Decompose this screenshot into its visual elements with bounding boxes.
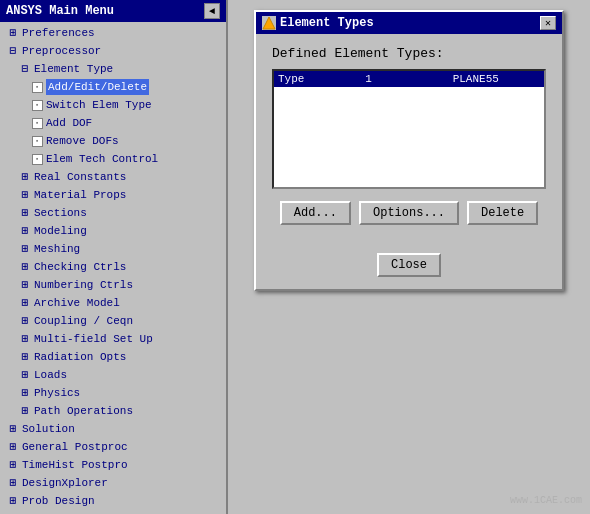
menu-item-numbering-ctrls[interactable]: ⊞Numbering Ctrls bbox=[0, 276, 226, 294]
menu-label-preferences: Preferences bbox=[22, 25, 95, 41]
options-button[interactable]: Options... bbox=[359, 201, 459, 225]
menu-label-real-constants: Real Constants bbox=[34, 169, 126, 185]
watermark-area: www.1CAE.com bbox=[228, 291, 590, 514]
menu-item-general-postproc[interactable]: ⊞General Postproc bbox=[0, 438, 226, 456]
element-types-listbox[interactable]: Type 1 PLANE55 bbox=[272, 69, 546, 189]
left-panel-title: ANSYS Main Menu bbox=[6, 4, 114, 18]
menu-item-switch-elem-type[interactable]: ▪Switch Elem Type bbox=[0, 96, 226, 114]
menu-icon-material-props: ⊞ bbox=[18, 188, 32, 202]
menu-label-general-postproc: General Postproc bbox=[22, 439, 128, 455]
svg-marker-0 bbox=[263, 17, 275, 29]
menu-icon-box-elem-tech-control: ▪ bbox=[32, 154, 43, 165]
menu-item-real-constants[interactable]: ⊞Real Constants bbox=[0, 168, 226, 186]
menu-icon-numbering-ctrls: ⊞ bbox=[18, 278, 32, 292]
menu-label-coupling-ceqn: Coupling / Ceqn bbox=[34, 313, 133, 329]
menu-label-material-props: Material Props bbox=[34, 187, 126, 203]
menu-label-remove-dofs: Remove DOFs bbox=[46, 133, 119, 149]
list-item[interactable]: Type 1 PLANE55 bbox=[274, 71, 544, 87]
menu-label-timehist-postpro: TimeHist Postpro bbox=[22, 457, 128, 473]
list-col-type: Type bbox=[278, 73, 365, 85]
left-panel: ANSYS Main Menu ◄ ⊞Preferences⊟Preproces… bbox=[0, 0, 228, 514]
menu-item-radiation-opts[interactable]: ⊞Radiation Opts bbox=[0, 348, 226, 366]
left-title-bar: ANSYS Main Menu ◄ bbox=[0, 0, 226, 22]
menu-icon-physics: ⊞ bbox=[18, 386, 32, 400]
menu-item-material-props[interactable]: ⊞Material Props bbox=[0, 186, 226, 204]
menu-item-meshing[interactable]: ⊞Meshing bbox=[0, 240, 226, 258]
menu-item-add-edit-delete[interactable]: ▪Add/Edit/Delete bbox=[0, 78, 226, 96]
menu-label-numbering-ctrls: Numbering Ctrls bbox=[34, 277, 133, 293]
menu-item-loads[interactable]: ⊞Loads bbox=[0, 366, 226, 384]
menu-label-physics: Physics bbox=[34, 385, 80, 401]
dialog-title-left: Element Types bbox=[262, 16, 374, 30]
menu-icon-switch-elem-type: ▪ bbox=[30, 98, 44, 112]
menu-item-coupling-ceqn[interactable]: ⊞Coupling / Ceqn bbox=[0, 312, 226, 330]
menu-item-path-operations[interactable]: ⊞Path Operations bbox=[0, 402, 226, 420]
menu-label-archive-model: Archive Model bbox=[34, 295, 120, 311]
menu-icon-box-switch-elem-type: ▪ bbox=[32, 100, 43, 111]
menu-icon-prob-design: ⊞ bbox=[6, 494, 20, 508]
menu-item-physics[interactable]: ⊞Physics bbox=[0, 384, 226, 402]
dialog-close-row: Close bbox=[256, 253, 562, 277]
menu-label-radiation-opts: Radiation Opts bbox=[34, 349, 126, 365]
menu-item-archive-model[interactable]: ⊞Archive Model bbox=[0, 294, 226, 312]
list-col-name: PLANE55 bbox=[453, 73, 540, 85]
add-button[interactable]: Add... bbox=[280, 201, 351, 225]
menu-label-sections: Sections bbox=[34, 205, 87, 221]
collapse-icon[interactable]: ◄ bbox=[204, 3, 220, 19]
element-types-dialog: Element Types ✕ Defined Element Types: T… bbox=[254, 10, 564, 291]
menu-icon-box-add-edit-delete: ▪ bbox=[32, 82, 43, 93]
menu-label-elem-tech-control: Elem Tech Control bbox=[46, 151, 158, 167]
right-panel: Element Types ✕ Defined Element Types: T… bbox=[228, 0, 590, 514]
menu-item-modeling[interactable]: ⊞Modeling bbox=[0, 222, 226, 240]
menu-scroll: ⊞Preferences⊟Preprocessor⊟Element Type▪A… bbox=[0, 22, 226, 514]
menu-icon-timehist-postpro: ⊞ bbox=[6, 458, 20, 472]
dialog-title-bar: Element Types ✕ bbox=[256, 12, 562, 34]
menu-item-designxplorer[interactable]: ⊞DesignXplorer bbox=[0, 474, 226, 492]
menu-label-path-operations: Path Operations bbox=[34, 403, 133, 419]
menu-icon-solution: ⊞ bbox=[6, 422, 20, 436]
menu-icon-archive-model: ⊞ bbox=[18, 296, 32, 310]
menu-item-elem-tech-control[interactable]: ▪Elem Tech Control bbox=[0, 150, 226, 168]
menu-item-checking-ctrls[interactable]: ⊞Checking Ctrls bbox=[0, 258, 226, 276]
menu-icon-loads: ⊞ bbox=[18, 368, 32, 382]
menu-icon-preprocessor: ⊟ bbox=[6, 44, 20, 58]
menu-icon-checking-ctrls: ⊞ bbox=[18, 260, 32, 274]
menu-item-preferences[interactable]: ⊞Preferences bbox=[0, 24, 226, 42]
menu-label-meshing: Meshing bbox=[34, 241, 80, 257]
menu-icon-real-constants: ⊞ bbox=[18, 170, 32, 184]
menu-icon-element-type: ⊟ bbox=[18, 62, 32, 76]
menu-item-solution[interactable]: ⊞Solution bbox=[0, 420, 226, 438]
close-button[interactable]: Close bbox=[377, 253, 441, 277]
menu-item-prob-design[interactable]: ⊞Prob Design bbox=[0, 492, 226, 510]
menu-item-radiation-opt2[interactable]: ⊞Radiation Opt... bbox=[0, 510, 226, 514]
dialog-title-text: Element Types bbox=[280, 16, 374, 30]
menu-item-add-dof[interactable]: ▪Add DOF bbox=[0, 114, 226, 132]
menu-icon-sections: ⊞ bbox=[18, 206, 32, 220]
menu-icon-elem-tech-control: ▪ bbox=[30, 152, 44, 166]
menu-icon-add-edit-delete: ▪ bbox=[30, 80, 44, 94]
defined-element-types-label: Defined Element Types: bbox=[272, 46, 546, 61]
menu-label-add-dof: Add DOF bbox=[46, 115, 92, 131]
menu-item-multi-field-set-up[interactable]: ⊞Multi-field Set Up bbox=[0, 330, 226, 348]
dialog-action-buttons: Add... Options... Delete bbox=[272, 201, 546, 233]
menu-icon-modeling: ⊞ bbox=[18, 224, 32, 238]
menu-label-switch-elem-type: Switch Elem Type bbox=[46, 97, 152, 113]
menu-item-sections[interactable]: ⊞Sections bbox=[0, 204, 226, 222]
menu-icon-preferences: ⊞ bbox=[6, 26, 20, 40]
menu-icon-remove-dofs: ▪ bbox=[30, 134, 44, 148]
watermark-text: www.1CAE.com bbox=[510, 495, 582, 506]
menu-item-remove-dofs[interactable]: ▪Remove DOFs bbox=[0, 132, 226, 150]
menu-icon-general-postproc: ⊞ bbox=[6, 440, 20, 454]
menu-item-element-type[interactable]: ⊟Element Type bbox=[0, 60, 226, 78]
menu-icon-radiation-opts: ⊞ bbox=[18, 350, 32, 364]
menu-item-preprocessor[interactable]: ⊟Preprocessor bbox=[0, 42, 226, 60]
delete-button[interactable]: Delete bbox=[467, 201, 538, 225]
dialog-close-button[interactable]: ✕ bbox=[540, 16, 556, 30]
menu-label-checking-ctrls: Checking Ctrls bbox=[34, 259, 126, 275]
menu-icon-add-dof: ▪ bbox=[30, 116, 44, 130]
menu-label-loads: Loads bbox=[34, 367, 67, 383]
menu-label-add-edit-delete: Add/Edit/Delete bbox=[46, 79, 149, 95]
menu-label-solution: Solution bbox=[22, 421, 75, 437]
menu-item-timehist-postpro[interactable]: ⊞TimeHist Postpro bbox=[0, 456, 226, 474]
menu-icon-path-operations: ⊞ bbox=[18, 404, 32, 418]
